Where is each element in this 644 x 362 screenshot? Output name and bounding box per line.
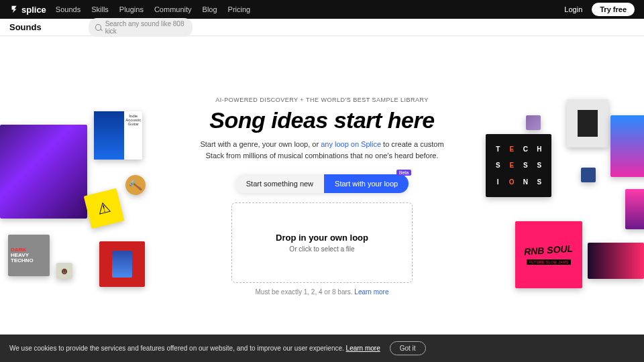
try-free-button[interactable]: Try free (592, 3, 635, 16)
album-tile (567, 99, 608, 147)
album-tile: IndieAcousticGuitar (94, 111, 142, 160)
album-tile (588, 243, 644, 279)
search-placeholder: Search any sound like 808 kick (105, 20, 186, 35)
album-tile: ☻ (56, 263, 72, 279)
start-new-button[interactable]: Start something new (235, 174, 324, 193)
cookie-accept-button[interactable]: Got it (390, 341, 426, 355)
top-nav: splice Sounds Skills Plugins Community B… (0, 0, 644, 19)
nav-skills[interactable]: Skills (91, 5, 109, 13)
nav-blog[interactable]: Blog (203, 5, 217, 13)
brand-text: splice (21, 5, 46, 15)
drop-sub: Or click to select a file (289, 245, 354, 253)
nav-plugins[interactable]: Plugins (119, 5, 144, 13)
learn-more-link[interactable]: Learn more (354, 288, 388, 296)
cookie-banner: We use cookies to provide the services a… (0, 335, 644, 362)
album-tile (610, 115, 644, 177)
cookie-learn-more-link[interactable]: Learn more (346, 345, 380, 352)
search-input[interactable]: Search any sound like 808 kick (89, 18, 193, 37)
start-loop-button[interactable]: Start with your loop (324, 174, 409, 193)
cta-row: Start something new Start with your loop… (235, 174, 409, 193)
brand-logo[interactable]: splice (9, 5, 46, 15)
nav-sounds[interactable]: Sounds (56, 5, 80, 13)
album-tile: TECH SESS IONS (486, 134, 551, 197)
album-tile: DARK HEAVY TECHNO (8, 235, 50, 276)
album-tile (526, 115, 541, 130)
beta-badge: Beta (396, 170, 411, 176)
album-tile (625, 189, 644, 229)
album-tile (99, 241, 145, 287)
drop-zone[interactable]: Drop in your own loop Or click to select… (231, 202, 413, 283)
kicker-text: AI-POWERED DISCOVERY + THE WORLD'S BEST … (0, 97, 644, 103)
nav-links: Sounds Skills Plugins Community Blog Pri… (56, 5, 250, 13)
album-tile (581, 168, 596, 182)
album-tile (0, 125, 87, 219)
search-icon (95, 24, 101, 31)
nav-right: Login Try free (564, 3, 635, 16)
album-tile: RNB SOUL FUTURE SLOW JAMS (515, 221, 582, 288)
splice-logo-icon (9, 5, 19, 14)
sub-bar: Sounds Search any sound like 808 kick (0, 19, 644, 36)
sub-copy: Start with a genre, your own loop, or an… (195, 139, 449, 161)
page-title: Sounds (9, 22, 42, 32)
drop-note: Must be exactly 1, 2, 4 or 8 bars. Learn… (0, 288, 644, 296)
login-link[interactable]: Login (564, 5, 582, 13)
nav-community[interactable]: Community (154, 5, 192, 13)
nav-pricing[interactable]: Pricing (228, 5, 251, 13)
drop-title: Drop in your own loop (276, 233, 368, 243)
cookie-text: We use cookies to provide the services a… (9, 345, 380, 352)
any-loop-link[interactable]: any loop on Splice (321, 140, 381, 148)
